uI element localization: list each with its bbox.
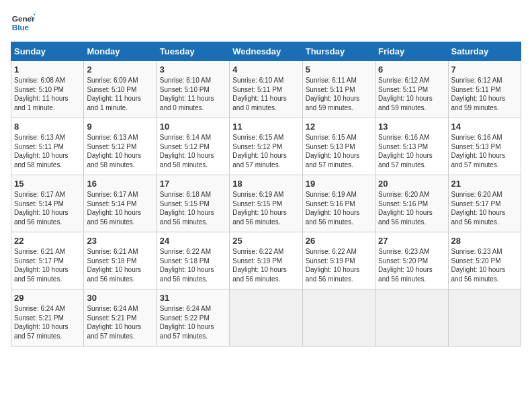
cell-content: Sunrise: 6:13 AMSunset: 5:12 PMDaylight:…: [87, 133, 153, 169]
day-number: 2: [87, 64, 153, 75]
day-number: 27: [378, 236, 445, 246]
cell-content: Sunrise: 6:09 AMSunset: 5:10 PMDaylight:…: [87, 76, 153, 112]
calendar-body: 1Sunrise: 6:08 AMSunset: 5:10 PMDaylight…: [11, 61, 521, 347]
cell-content: Sunrise: 6:10 AMSunset: 5:10 PMDaylight:…: [160, 76, 226, 112]
calendar-cell: 9Sunrise: 6:13 AMSunset: 5:12 PMDaylight…: [84, 118, 157, 175]
day-number: 11: [232, 122, 299, 132]
cell-content: Sunrise: 6:10 AMSunset: 5:11 PMDaylight:…: [232, 76, 299, 112]
cell-content: Sunrise: 6:15 AMSunset: 5:13 PMDaylight:…: [306, 133, 372, 169]
calendar-cell: 30Sunrise: 6:24 AMSunset: 5:21 PMDayligh…: [84, 289, 157, 347]
svg-text:Blue: Blue: [12, 23, 30, 32]
day-number: 31: [160, 293, 226, 303]
calendar-cell: 10Sunrise: 6:14 AMSunset: 5:12 PMDayligh…: [157, 118, 229, 175]
cell-content: Sunrise: 6:14 AMSunset: 5:12 PMDaylight:…: [160, 133, 226, 169]
day-number: 7: [451, 64, 518, 75]
cell-content: Sunrise: 6:24 AMSunset: 5:22 PMDaylight:…: [160, 304, 226, 340]
calendar-cell: 27Sunrise: 6:23 AMSunset: 5:20 PMDayligh…: [375, 232, 448, 289]
calendar-cell: 12Sunrise: 6:15 AMSunset: 5:13 PMDayligh…: [302, 118, 375, 175]
calendar-cell: 3Sunrise: 6:10 AMSunset: 5:10 PMDaylight…: [157, 61, 229, 118]
calendar-cell: 20Sunrise: 6:20 AMSunset: 5:16 PMDayligh…: [375, 175, 448, 232]
day-number: 16: [87, 179, 153, 189]
col-header-friday: Friday: [375, 42, 448, 61]
day-number: 25: [232, 236, 299, 246]
day-number: 4: [232, 64, 299, 75]
calendar-cell: 16Sunrise: 6:17 AMSunset: 5:14 PMDayligh…: [84, 175, 157, 232]
calendar-cell: 25Sunrise: 6:22 AMSunset: 5:19 PMDayligh…: [230, 232, 302, 289]
cell-content: Sunrise: 6:15 AMSunset: 5:12 PMDaylight:…: [232, 133, 299, 169]
calendar-cell: 24Sunrise: 6:22 AMSunset: 5:18 PMDayligh…: [157, 232, 229, 289]
calendar-cell: 2Sunrise: 6:09 AMSunset: 5:10 PMDaylight…: [84, 61, 157, 118]
calendar-cell: 26Sunrise: 6:22 AMSunset: 5:19 PMDayligh…: [302, 232, 375, 289]
day-number: 20: [378, 179, 445, 189]
calendar-cell: 7Sunrise: 6:12 AMSunset: 5:11 PMDaylight…: [448, 61, 521, 118]
cell-content: Sunrise: 6:24 AMSunset: 5:21 PMDaylight:…: [87, 304, 153, 340]
cell-content: Sunrise: 6:13 AMSunset: 5:11 PMDaylight:…: [14, 133, 81, 169]
calendar-table: SundayMondayTuesdayWednesdayThursdayFrid…: [11, 42, 521, 347]
cell-content: Sunrise: 6:20 AMSunset: 5:17 PMDaylight:…: [451, 190, 518, 226]
calendar-cell: 23Sunrise: 6:21 AMSunset: 5:18 PMDayligh…: [84, 232, 157, 289]
day-number: 21: [451, 179, 518, 189]
cell-content: Sunrise: 6:22 AMSunset: 5:19 PMDaylight:…: [306, 247, 372, 283]
col-header-monday: Monday: [84, 42, 157, 61]
calendar-cell: 13Sunrise: 6:16 AMSunset: 5:13 PMDayligh…: [375, 118, 448, 175]
cell-content: Sunrise: 6:17 AMSunset: 5:14 PMDaylight:…: [14, 190, 81, 226]
cell-content: Sunrise: 6:21 AMSunset: 5:18 PMDaylight:…: [87, 247, 153, 283]
day-number: 6: [378, 64, 445, 75]
calendar-cell: 21Sunrise: 6:20 AMSunset: 5:17 PMDayligh…: [448, 175, 521, 232]
week-row-2: 8Sunrise: 6:13 AMSunset: 5:11 PMDaylight…: [11, 118, 521, 175]
calendar-cell: 22Sunrise: 6:21 AMSunset: 5:17 PMDayligh…: [11, 232, 84, 289]
calendar-cell: 18Sunrise: 6:19 AMSunset: 5:15 PMDayligh…: [230, 175, 302, 232]
cell-content: Sunrise: 6:19 AMSunset: 5:16 PMDaylight:…: [306, 190, 372, 226]
col-header-tuesday: Tuesday: [157, 42, 229, 61]
day-number: 17: [160, 179, 226, 189]
calendar-cell: 31Sunrise: 6:24 AMSunset: 5:22 PMDayligh…: [157, 289, 229, 347]
col-header-wednesday: Wednesday: [230, 42, 302, 61]
cell-content: Sunrise: 6:21 AMSunset: 5:17 PMDaylight:…: [14, 247, 81, 283]
calendar-cell: 28Sunrise: 6:23 AMSunset: 5:20 PMDayligh…: [448, 232, 521, 289]
page-header: General Blue: [11, 11, 521, 35]
day-number: 22: [14, 236, 81, 246]
calendar-cell: 1Sunrise: 6:08 AMSunset: 5:10 PMDaylight…: [11, 61, 84, 118]
col-header-sunday: Sunday: [11, 42, 84, 61]
day-number: 1: [14, 64, 81, 75]
calendar-cell: 29Sunrise: 6:24 AMSunset: 5:21 PMDayligh…: [11, 289, 84, 347]
calendar-cell: [375, 289, 448, 347]
calendar-header-row: SundayMondayTuesdayWednesdayThursdayFrid…: [11, 42, 521, 61]
day-number: 30: [87, 293, 153, 303]
svg-text:General: General: [12, 14, 35, 23]
calendar-cell: 19Sunrise: 6:19 AMSunset: 5:16 PMDayligh…: [302, 175, 375, 232]
calendar-cell: 8Sunrise: 6:13 AMSunset: 5:11 PMDaylight…: [11, 118, 84, 175]
cell-content: Sunrise: 6:24 AMSunset: 5:21 PMDaylight:…: [14, 304, 81, 340]
calendar-cell: [302, 289, 375, 347]
day-number: 24: [160, 236, 226, 246]
cell-content: Sunrise: 6:11 AMSunset: 5:11 PMDaylight:…: [306, 76, 372, 112]
calendar-cell: [448, 289, 521, 347]
calendar-cell: 4Sunrise: 6:10 AMSunset: 5:11 PMDaylight…: [230, 61, 302, 118]
day-number: 19: [306, 179, 372, 189]
calendar-cell: 14Sunrise: 6:16 AMSunset: 5:13 PMDayligh…: [448, 118, 521, 175]
calendar-cell: 17Sunrise: 6:18 AMSunset: 5:15 PMDayligh…: [157, 175, 229, 232]
logo: General Blue: [11, 11, 35, 35]
day-number: 12: [306, 122, 372, 132]
cell-content: Sunrise: 6:16 AMSunset: 5:13 PMDaylight:…: [451, 133, 518, 169]
col-header-saturday: Saturday: [448, 42, 521, 61]
week-row-3: 15Sunrise: 6:17 AMSunset: 5:14 PMDayligh…: [11, 175, 521, 232]
day-number: 8: [14, 122, 81, 132]
col-header-thursday: Thursday: [302, 42, 375, 61]
day-number: 9: [87, 122, 153, 132]
cell-content: Sunrise: 6:18 AMSunset: 5:15 PMDaylight:…: [160, 190, 226, 226]
cell-content: Sunrise: 6:12 AMSunset: 5:11 PMDaylight:…: [451, 76, 518, 112]
logo-icon: General Blue: [11, 11, 35, 35]
calendar-cell: [230, 289, 302, 347]
cell-content: Sunrise: 6:23 AMSunset: 5:20 PMDaylight:…: [451, 247, 518, 283]
cell-content: Sunrise: 6:08 AMSunset: 5:10 PMDaylight:…: [14, 76, 81, 112]
cell-content: Sunrise: 6:19 AMSunset: 5:15 PMDaylight:…: [232, 190, 299, 226]
day-number: 29: [14, 293, 81, 303]
calendar-cell: 6Sunrise: 6:12 AMSunset: 5:11 PMDaylight…: [375, 61, 448, 118]
day-number: 14: [451, 122, 518, 132]
cell-content: Sunrise: 6:20 AMSunset: 5:16 PMDaylight:…: [378, 190, 445, 226]
cell-content: Sunrise: 6:17 AMSunset: 5:14 PMDaylight:…: [87, 190, 153, 226]
week-row-4: 22Sunrise: 6:21 AMSunset: 5:17 PMDayligh…: [11, 232, 521, 289]
day-number: 23: [87, 236, 153, 246]
cell-content: Sunrise: 6:23 AMSunset: 5:20 PMDaylight:…: [378, 247, 445, 283]
